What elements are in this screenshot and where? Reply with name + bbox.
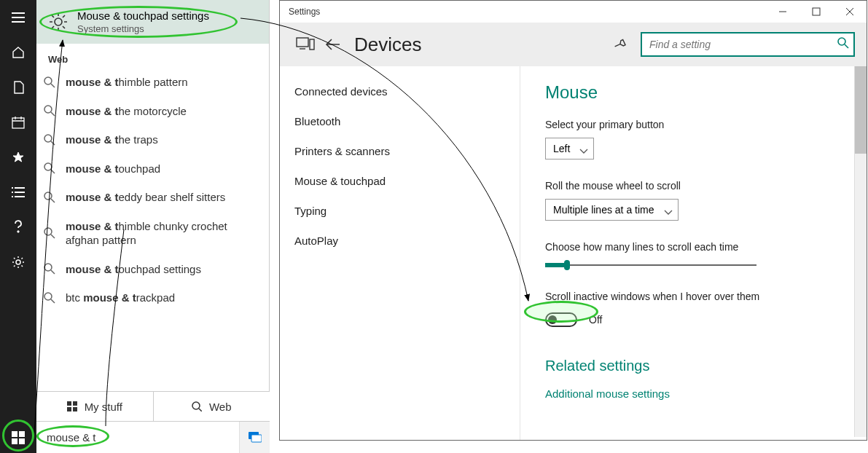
search-icon	[837, 37, 849, 52]
devices-nav-item[interactable]: Connected devices	[280, 76, 520, 106]
svg-point-16	[192, 402, 200, 409]
window-title: Settings	[289, 7, 766, 17]
cortana-suggestion[interactable]: mouse & touchpad settings	[36, 255, 269, 284]
lines-to-scroll-slider[interactable]	[545, 264, 756, 266]
taskbar	[0, 422, 270, 453]
svg-rect-24	[297, 38, 308, 47]
roll-wheel-value: Multiple lines at a time	[553, 204, 654, 216]
svg-rect-22	[251, 435, 262, 442]
cortana-suggestion[interactable]: mouse & thimble pattern	[36, 68, 269, 97]
svg-rect-19	[12, 438, 17, 444]
additional-mouse-settings-link[interactable]: Additional mouse settings	[545, 387, 845, 400]
minimize-button[interactable]	[766, 1, 799, 23]
cortana-suggestion[interactable]: mouse & thimble chunky crochet afghan pa…	[36, 212, 269, 255]
mouse-settings-content: Mouse Select your primary button Left Ro…	[520, 66, 867, 440]
pin-icon[interactable]	[607, 32, 632, 57]
maximize-button[interactable]	[799, 1, 833, 23]
cortana-suggestion[interactable]: btc mouse & trackpad	[36, 283, 269, 312]
cortana-suggestion[interactable]: mouse & touchpad	[36, 154, 269, 184]
svg-rect-13	[73, 401, 77, 406]
top-result-title: Mouse & touchpad settings	[77, 9, 209, 22]
document-icon[interactable]	[0, 70, 36, 105]
toggle-state-text: Off	[589, 314, 602, 326]
tab-my-stuff-label: My stuff	[85, 401, 122, 413]
devices-nav: Connected devicesBluetoothPrinters & sca…	[280, 66, 520, 440]
devices-nav-item[interactable]: AutoPlay	[280, 226, 520, 256]
tab-web[interactable]: Web	[154, 392, 270, 421]
cortana-suggestion[interactable]: mouse & the traps	[36, 125, 269, 154]
cortana-tabs: My stuff Web	[36, 391, 270, 422]
back-button[interactable]	[319, 31, 347, 58]
star-icon[interactable]	[0, 140, 36, 175]
devices-nav-item[interactable]: Printers & scanners	[280, 136, 520, 166]
find-setting-input[interactable]	[642, 34, 832, 55]
window-titlebar: Settings	[280, 1, 867, 23]
cortana-search-input[interactable]	[36, 422, 239, 453]
list-icon[interactable]	[0, 175, 36, 210]
cortana-search-panel: Mouse & touchpad settings System setting…	[36, 0, 270, 422]
svg-rect-17	[12, 431, 17, 437]
svg-point-10	[44, 264, 52, 271]
cortana-suggestion[interactable]: mouse & the motorcycle	[36, 97, 269, 126]
scroll-inactive-label: Scroll inactive windows when I hover ove…	[545, 291, 845, 302]
scroll-inactive-toggle[interactable]	[545, 312, 577, 327]
content-scrollbar[interactable]	[854, 66, 867, 437]
close-button[interactable]	[833, 1, 867, 23]
top-result-subtitle: System settings	[77, 23, 209, 34]
tab-web-label: Web	[209, 401, 232, 413]
find-setting-search[interactable]	[641, 32, 855, 57]
help-icon[interactable]	[0, 210, 36, 245]
svg-point-8	[44, 192, 52, 200]
lines-to-scroll-label: Choose how many lines to scroll each tim…	[545, 241, 845, 253]
settings-window: Settings Devices Connected devicesBlueto…	[279, 0, 867, 441]
cortana-section-web-label: Web	[36, 44, 269, 68]
primary-button-dropdown[interactable]: Left	[545, 138, 594, 159]
content-heading: Mouse	[545, 82, 845, 103]
roll-wheel-label: Roll the mouse wheel to scroll	[545, 180, 845, 192]
search-icon	[44, 76, 55, 88]
svg-rect-20	[19, 438, 25, 444]
chevron-down-icon	[664, 206, 673, 218]
svg-rect-12	[67, 401, 71, 406]
svg-point-1	[17, 231, 19, 232]
svg-rect-0	[12, 118, 24, 128]
svg-point-5	[44, 106, 52, 113]
search-icon	[44, 105, 55, 117]
svg-point-6	[44, 135, 52, 142]
tab-my-stuff[interactable]: My stuff	[36, 392, 154, 421]
svg-point-9	[44, 228, 52, 235]
start-button[interactable]	[0, 422, 36, 453]
primary-button-label: Select your primary button	[545, 119, 845, 130]
svg-point-11	[44, 293, 52, 300]
search-icon	[44, 263, 55, 275]
devices-nav-item[interactable]: Bluetooth	[280, 106, 520, 136]
svg-rect-14	[67, 407, 71, 411]
search-icon	[44, 192, 55, 203]
home-icon[interactable]	[0, 35, 36, 70]
svg-point-3	[55, 18, 62, 25]
search-icon	[44, 134, 55, 146]
gear-icon	[48, 12, 69, 32]
taskbar-chat-icon[interactable]	[239, 422, 270, 453]
devices-icon[interactable]	[292, 31, 319, 58]
svg-rect-18	[19, 431, 25, 437]
svg-point-2	[16, 260, 20, 264]
primary-button-value: Left	[553, 143, 570, 154]
calendar-icon[interactable]	[0, 105, 36, 140]
svg-rect-25	[310, 39, 314, 50]
settings-header: Devices	[280, 23, 867, 66]
svg-point-4	[44, 77, 52, 84]
gear-icon[interactable]	[0, 245, 36, 280]
svg-rect-23	[813, 8, 820, 15]
cortana-suggestion[interactable]: mouse & teddy bear shelf sitters	[36, 183, 269, 212]
search-icon	[44, 162, 55, 174]
cortana-top-result[interactable]: Mouse & touchpad settings System setting…	[36, 0, 269, 44]
svg-rect-15	[73, 407, 77, 411]
roll-wheel-dropdown[interactable]: Multiple lines at a time	[545, 199, 679, 221]
devices-nav-item[interactable]: Typing	[280, 196, 520, 226]
search-icon	[44, 227, 55, 239]
devices-nav-item[interactable]: Mouse & touchpad	[280, 166, 520, 196]
search-icon	[44, 292, 55, 304]
hamburger-icon[interactable]	[0, 0, 36, 35]
related-settings-heading: Related settings	[545, 358, 845, 374]
